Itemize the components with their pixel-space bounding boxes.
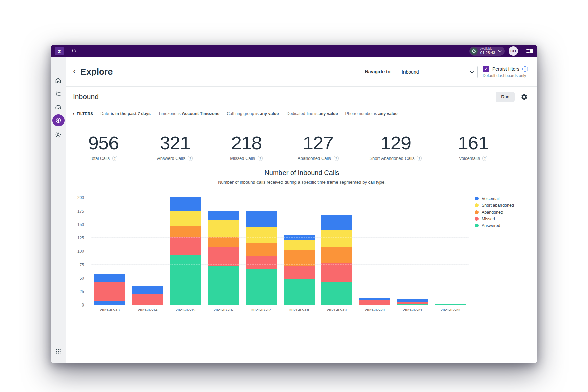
- bar-segment-missed[interactable]: [132, 294, 163, 305]
- agent-status-pill[interactable]: Available 01:25:43: [469, 47, 505, 56]
- legend-item[interactable]: Abandoned: [475, 210, 514, 214]
- x-axis-label: 2021-07-21: [394, 308, 432, 312]
- stat-card: 161Voicemails?: [453, 133, 493, 161]
- legend-label: Voicemail: [482, 196, 500, 201]
- chart-title: Number of Inbound Calls: [66, 169, 537, 177]
- stat-value: 956: [88, 133, 119, 152]
- filters-bar: › FILTERS Date is in the past 7 daysTime…: [66, 107, 537, 120]
- filter-chip[interactable]: Dedicated line is any value: [286, 111, 338, 116]
- bar-segment-answered[interactable]: [321, 282, 352, 305]
- y-tick-label: 50: [71, 276, 84, 281]
- help-icon[interactable]: ?: [112, 156, 117, 161]
- info-icon[interactable]: i: [522, 66, 528, 72]
- bar-segment-abandoned[interactable]: [170, 226, 201, 237]
- sidebar-item-dashboards[interactable]: [52, 101, 65, 114]
- filter-chip[interactable]: Call ring group is any value: [227, 111, 279, 116]
- app-logo[interactable]: :t: [55, 47, 64, 55]
- bar-segment-missed[interactable]: [284, 266, 315, 279]
- filter-chip[interactable]: Phone number is any value: [345, 111, 398, 116]
- topbar-divider: [522, 47, 522, 55]
- bar-segment-answered[interactable]: [246, 269, 277, 305]
- stat-value: 218: [231, 133, 262, 152]
- bar-segment-voicemail[interactable]: [284, 235, 315, 240]
- bar-segment-voicemail[interactable]: [359, 298, 390, 300]
- gridline-overlay: [91, 278, 469, 278]
- status-text: Available 01:25:43: [480, 47, 495, 55]
- legend-item[interactable]: Voicemail: [475, 196, 514, 201]
- bar-segment-missed[interactable]: [397, 302, 428, 304]
- sidebar-divider: [54, 143, 62, 143]
- bar-segment-answered[interactable]: [284, 279, 315, 305]
- help-icon[interactable]: ?: [188, 156, 193, 161]
- legend-item[interactable]: Missed: [475, 217, 514, 221]
- stat-label: Short Abandoned Calls?: [369, 156, 422, 161]
- bar-segment-answered[interactable]: [435, 304, 466, 305]
- bar-segment-abandoned[interactable]: [208, 237, 239, 247]
- help-icon[interactable]: ?: [334, 156, 339, 161]
- bar-segment-voicemail[interactable]: [397, 299, 428, 302]
- sidebar-item-settings[interactable]: [52, 128, 65, 141]
- navigate-to-select[interactable]: Inbound: [397, 66, 478, 78]
- bar-segment-abandoned[interactable]: [246, 243, 277, 256]
- back-button[interactable]: ‹: [73, 67, 78, 77]
- bar-segment-missed[interactable]: [359, 300, 390, 305]
- bar-segment-abandoned[interactable]: [321, 247, 352, 263]
- bar-segment-short-abandoned[interactable]: [208, 220, 239, 237]
- bar-segment-short-abandoned[interactable]: [321, 230, 352, 247]
- y-tick-label: 150: [71, 222, 84, 227]
- sidebar-item-explore-active[interactable]: [52, 114, 65, 126]
- bar-segment-abandoned[interactable]: [284, 250, 315, 266]
- x-axis-label: 2021-07-16: [204, 308, 242, 312]
- bar-segment-voicemail[interactable]: [208, 211, 239, 221]
- help-icon[interactable]: ?: [482, 156, 487, 161]
- sidebar-item-workflows[interactable]: [52, 88, 65, 100]
- x-axis-label: 2021-07-19: [318, 308, 356, 312]
- bar-segment-voicemail[interactable]: [170, 197, 201, 211]
- sidebar-item-home[interactable]: [52, 74, 65, 87]
- bar-segment-voicemail[interactable]: [132, 286, 163, 294]
- stat-label: Missed Calls?: [230, 156, 263, 161]
- bar-segment-short-abandoned[interactable]: [284, 240, 315, 250]
- bar-segment-voicemail[interactable]: [246, 211, 277, 227]
- persist-filters-checkbox[interactable]: ✓: [483, 66, 489, 72]
- help-icon[interactable]: ?: [417, 156, 422, 161]
- x-axis-label: 2021-07-22: [432, 308, 469, 312]
- persist-filters-label: Persist filters: [492, 66, 519, 72]
- sidebar-apps-grid[interactable]: [52, 345, 65, 358]
- x-axis: 2021-07-132021-07-142021-07-152021-07-16…: [91, 308, 469, 315]
- legend-dot-icon: [475, 210, 479, 214]
- bar-segment-voicemail[interactable]: [321, 215, 352, 230]
- bar-segment-answered[interactable]: [208, 266, 239, 305]
- stat-label-text: Answerd Calls: [157, 156, 185, 161]
- top-bar-right: Available 01:25:43 CO: [469, 46, 533, 56]
- stat-card: 218Missed Calls?: [226, 133, 267, 161]
- bar-segment-missed[interactable]: [208, 247, 239, 266]
- bar-segment-missed[interactable]: [246, 256, 277, 269]
- filters-toggle[interactable]: › FILTERS: [73, 111, 93, 116]
- user-avatar[interactable]: CO: [509, 46, 518, 56]
- status-label: Available: [480, 47, 495, 50]
- notifications-bell-icon[interactable]: [71, 48, 77, 54]
- bar-segment-answered[interactable]: [397, 304, 428, 305]
- filter-chip[interactable]: Timezone is Account Timezone: [158, 111, 219, 116]
- navigate-to-value: Inbound: [402, 69, 419, 75]
- help-icon[interactable]: ?: [258, 156, 263, 161]
- y-tick-label: 175: [71, 209, 84, 214]
- bar-segment-missed[interactable]: [170, 237, 201, 255]
- stat-label-text: Voicemails: [459, 156, 480, 161]
- run-button[interactable]: Run: [496, 92, 515, 102]
- stacked-bar-chart: 0255075100125150175200 2021-07-132021-07…: [66, 188, 537, 323]
- legend-item[interactable]: Short abandoned: [475, 203, 514, 207]
- bar-segment-voicemail[interactable]: [94, 301, 125, 305]
- report-settings-gear-icon[interactable]: [521, 93, 528, 100]
- page-title: Explore: [80, 67, 113, 77]
- legend-item[interactable]: Answered: [475, 223, 514, 228]
- bar-segment-answered[interactable]: [170, 255, 201, 305]
- side-panel-toggle-icon[interactable]: [526, 49, 533, 53]
- filter-chip[interactable]: Date is in the past 7 days: [100, 111, 151, 116]
- bar-segment-missed[interactable]: [94, 282, 125, 301]
- chart-legend: VoicemailShort abandonedAbandonedMissedA…: [475, 196, 514, 228]
- filters-label: FILTERS: [77, 112, 93, 116]
- bar-segment-missed[interactable]: [321, 263, 352, 282]
- bar-segment-short-abandoned[interactable]: [246, 227, 277, 243]
